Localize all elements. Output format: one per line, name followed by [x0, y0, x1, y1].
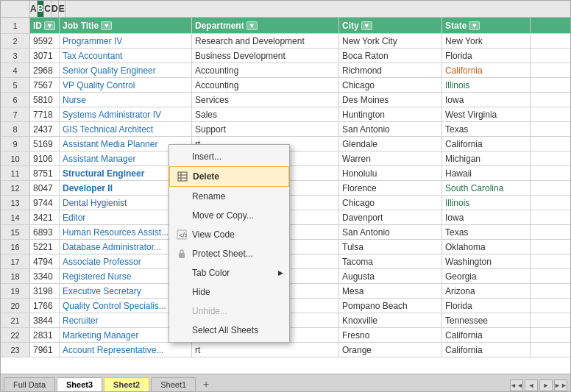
header-cell-city: City ▼: [339, 18, 442, 33]
table-cell: 7961: [30, 343, 60, 357]
row-number: 13: [1, 196, 30, 210]
table-cell: Texas: [442, 122, 531, 136]
table-cell: Programmer IV: [60, 34, 192, 48]
table-cell: San Antonio: [339, 122, 442, 136]
row-number: 2: [1, 34, 30, 48]
filter-btn-state[interactable]: ▼: [469, 21, 480, 30]
insert-label: Insert...: [192, 152, 221, 162]
table-row: 42968Senior Quality EngineerAccountingRi…: [1, 63, 570, 78]
table-cell: New York City: [339, 34, 442, 48]
table-cell: Sales: [192, 107, 339, 121]
row-number: 7: [1, 107, 30, 121]
row-number: 4: [1, 63, 30, 77]
menu-item-protect-sheet[interactable]: Protect Sheet...: [169, 244, 289, 263]
col-header-b[interactable]: B: [38, 1, 45, 17]
svg-rect-0: [178, 172, 187, 181]
tab-bar: Full DataSheet3Sheet2Sheet1+ ◄◄ ◄ ► ►►: [1, 374, 570, 391]
table-cell: Warren: [339, 152, 442, 165]
protect-sheet-label: Protect Sheet...: [192, 249, 253, 259]
table-cell: Pompano Beach: [339, 299, 442, 313]
row-number: 20: [1, 299, 30, 313]
table-cell: Tax Accountant: [60, 49, 192, 63]
table-cell: Michigan: [442, 152, 531, 165]
header-cell-jobtitle: Job Title ▼: [60, 18, 192, 33]
filter-btn-id[interactable]: ▼: [44, 21, 55, 30]
table-cell: 5810: [30, 93, 60, 107]
table-cell: Florida: [442, 49, 531, 63]
col-header-e[interactable]: E: [59, 1, 65, 17]
col-header-c[interactable]: C: [44, 1, 52, 17]
row-number: 12: [1, 181, 30, 195]
col-header-d[interactable]: D: [52, 1, 59, 17]
tab-sheet1[interactable]: Sheet1: [151, 377, 196, 391]
row-number: 23: [1, 343, 30, 357]
table-cell: Iowa: [442, 93, 531, 107]
row-number: 11: [1, 166, 30, 180]
table-cell: Georgia: [442, 269, 531, 283]
table-cell: Augusta: [339, 269, 442, 283]
tab-color-label: Tab Color: [192, 268, 230, 278]
table-cell: Tacoma: [339, 254, 442, 268]
delete-label: Delete: [193, 171, 219, 182]
table-cell: 2968: [30, 63, 60, 77]
table-cell: 3844: [30, 313, 60, 327]
header-row: 1 ID ▼ Job Title ▼ Department ▼ City ▼ S…: [1, 18, 570, 34]
row-number: 15: [1, 225, 30, 239]
tab-add-button[interactable]: +: [197, 377, 215, 391]
tab-sheet2[interactable]: Sheet2: [104, 377, 149, 391]
hide-icon: [175, 285, 188, 299]
select-all-sheets-label: Select All Sheets: [192, 325, 258, 335]
move-or-copy-label: Move or Copy...: [192, 210, 254, 221]
table-cell: 9106: [30, 152, 60, 165]
corner-cell: [1, 1, 30, 17]
col-header-a[interactable]: A: [30, 1, 38, 17]
menu-item-insert[interactable]: Insert...: [169, 147, 289, 166]
header-cell-id: ID ▼: [30, 18, 60, 33]
table-cell: 3340: [30, 269, 60, 283]
tab-sheet3[interactable]: Sheet3: [57, 377, 102, 391]
table-cell: Honolulu: [339, 166, 442, 180]
table-cell: 7718: [30, 107, 60, 121]
insert-icon: [175, 150, 188, 163]
menu-item-rename[interactable]: Rename: [169, 187, 289, 206]
table-cell: Orange: [339, 343, 442, 357]
filter-btn-jobtitle[interactable]: ▼: [101, 21, 112, 30]
table-cell: 9592: [30, 34, 60, 48]
table-cell: 3198: [30, 284, 60, 298]
table-cell: California: [442, 137, 531, 151]
tab-nav-prev[interactable]: ◄: [525, 379, 538, 391]
table-cell: 3421: [30, 210, 60, 224]
menu-item-view-code[interactable]: </>View Code: [169, 225, 289, 244]
table-cell: California: [442, 343, 531, 357]
tab-nav-last[interactable]: ►►: [554, 379, 567, 391]
tab-nav-first[interactable]: ◄◄: [510, 379, 523, 391]
tab-nav-next[interactable]: ►: [539, 379, 553, 391]
row-number: 18: [1, 269, 30, 283]
menu-item-tab-color[interactable]: Tab Color: [169, 263, 289, 282]
header-cell-state: State ▼: [442, 18, 531, 33]
row-number: 9: [1, 137, 30, 151]
menu-item-hide[interactable]: Hide: [169, 282, 289, 302]
table-cell: Knoxville: [339, 313, 442, 327]
row-number: 19: [1, 284, 30, 298]
row-number: 21: [1, 313, 30, 327]
table-cell: Research and Development: [192, 34, 339, 48]
table-cell: Fresno: [339, 328, 442, 342]
table-row: 65810NurseServicesDes MoinesIowa: [1, 93, 570, 107]
row-number: 14: [1, 210, 30, 224]
table-cell: Business Development: [192, 49, 339, 63]
table-cell: 1766: [30, 299, 60, 313]
filter-btn-dept[interactable]: ▼: [247, 21, 258, 30]
tab-full-data[interactable]: Full Data: [4, 377, 55, 391]
table-cell: Mesa: [339, 284, 442, 298]
table-cell: Boca Raton: [339, 49, 442, 63]
table-cell: Chicago: [339, 196, 442, 210]
table-cell: Tulsa: [339, 240, 442, 254]
menu-item-select-all-sheets[interactable]: Select All Sheets: [169, 321, 289, 340]
table-cell: Davenport: [339, 210, 442, 224]
table-cell: California: [442, 328, 531, 342]
filter-btn-city[interactable]: ▼: [361, 21, 372, 30]
table-cell: Senior Quality Engineer: [60, 63, 192, 77]
menu-item-move-or-copy[interactable]: Move or Copy...: [169, 206, 289, 225]
menu-item-delete[interactable]: Delete: [169, 166, 289, 187]
